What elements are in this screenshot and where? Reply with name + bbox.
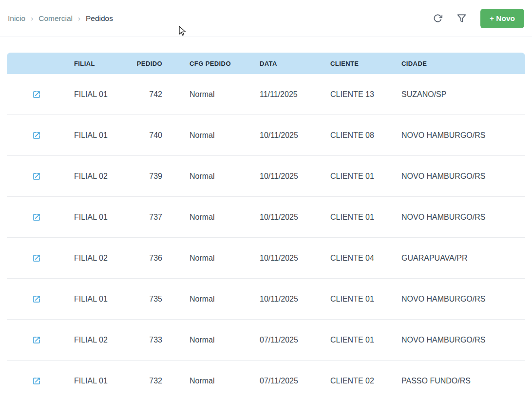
cell-data: 11/11/2025 [260,74,330,115]
cell-cidade: NOVO HAMBURGO/RS [401,115,525,156]
open-order-button[interactable] [30,129,43,142]
toolbar: + Novo [429,9,524,28]
cell-cidade: NOVO HAMBURGO/RS [401,156,525,197]
cell-data: 10/11/2025 [260,197,330,238]
breadcrumb-inicio[interactable]: Inicio [8,14,25,23]
table-row: FILIAL 02 733 Normal 07/11/2025 CLIENTE … [7,320,525,361]
header-pedido: PEDIDO [133,53,162,74]
cell-cfg-pedido: Normal [162,279,260,320]
cell-cfg-pedido: Normal [162,197,260,238]
table-row: FILIAL 01 740 Normal 10/11/2025 CLIENTE … [7,115,525,156]
open-in-new-icon [32,254,41,263]
table-row: FILIAL 01 737 Normal 10/11/2025 CLIENTE … [7,197,525,238]
cell-cfg-pedido: Normal [162,156,260,197]
cell-pedido: 737 [133,197,162,238]
header-actions [7,53,74,74]
cell-cfg-pedido: Normal [162,74,260,115]
cell-filial: FILIAL 01 [74,279,133,320]
open-in-new-icon [32,172,41,181]
cell-filial: FILIAL 01 [74,74,133,115]
header-cidade: CIDADE [401,53,525,74]
cell-cfg-pedido: Normal [162,320,260,361]
cell-filial: FILIAL 02 [74,156,133,197]
cell-data: 10/11/2025 [260,115,330,156]
cell-cliente: CLIENTE 13 [330,74,401,115]
cell-filial: FILIAL 01 [74,361,133,400]
table-row: FILIAL 01 732 Normal 07/11/2025 CLIENTE … [7,361,525,400]
header-cliente: CLIENTE [330,53,401,74]
cell-cfg-pedido: Normal [162,238,260,279]
cell-data: 10/11/2025 [260,156,330,197]
open-order-button[interactable] [30,211,43,224]
refresh-button[interactable] [429,9,447,27]
open-in-new-icon [32,377,41,385]
breadcrumb-comercial[interactable]: Comercial [38,14,73,23]
table-row: FILIAL 02 736 Normal 10/11/2025 CLIENTE … [7,238,525,279]
cell-cfg-pedido: Normal [162,361,260,400]
table-row: FILIAL 01 735 Normal 10/11/2025 CLIENTE … [7,279,525,320]
filter-button[interactable] [453,9,471,27]
breadcrumb-separator-icon: › [78,14,80,22]
orders-table: FILIAL PEDIDO CFG PEDIDO DATA CLIENTE CI… [7,53,525,400]
header-filial: FILIAL [74,53,133,74]
open-in-new-icon [32,131,41,140]
cell-pedido: 739 [133,156,162,197]
open-in-new-icon [32,213,41,222]
open-in-new-icon [32,336,41,344]
cell-cfg-pedido: Normal [162,115,260,156]
open-order-button[interactable] [30,252,43,265]
new-order-button[interactable]: + Novo [480,9,524,28]
cell-cliente: CLIENTE 08 [330,115,401,156]
cell-cidade: NOVO HAMBURGO/RS [401,279,525,320]
cell-data: 10/11/2025 [260,279,330,320]
cell-cidade: NOVO HAMBURGO/RS [401,197,525,238]
orders-table-container: FILIAL PEDIDO CFG PEDIDO DATA CLIENTE CI… [7,53,525,400]
cell-cliente: CLIENTE 01 [330,320,401,361]
cell-pedido: 732 [133,361,162,400]
table-header-row: FILIAL PEDIDO CFG PEDIDO DATA CLIENTE CI… [7,53,525,74]
cell-cidade: PASSO FUNDO/RS [401,361,525,400]
cell-cliente: CLIENTE 01 [330,156,401,197]
cell-filial: FILIAL 01 [74,197,133,238]
cell-data: 07/11/2025 [260,361,330,400]
cell-cidade: NOVO HAMBURGO/RS [401,320,525,361]
cell-cliente: CLIENTE 04 [330,238,401,279]
top-bar: Inicio › Comercial › Pedidos + Novo [0,0,532,37]
open-order-button[interactable] [30,293,43,305]
cell-pedido: 733 [133,320,162,361]
open-in-new-icon [32,295,41,304]
open-order-button[interactable] [30,375,43,387]
open-in-new-icon [32,90,41,99]
open-order-button[interactable] [30,334,43,346]
open-order-button[interactable] [30,170,43,183]
cell-filial: FILIAL 02 [74,238,133,279]
cell-cidade: GUARAPUAVA/PR [401,238,525,279]
table-row: FILIAL 02 739 Normal 10/11/2025 CLIENTE … [7,156,525,197]
cell-filial: FILIAL 02 [74,320,133,361]
cell-data: 10/11/2025 [260,238,330,279]
cell-pedido: 736 [133,238,162,279]
cell-filial: FILIAL 01 [74,115,133,156]
breadcrumb-separator-icon: › [31,14,33,22]
breadcrumb-pedidos: Pedidos [86,14,113,23]
header-data: DATA [260,53,330,74]
table-row: FILIAL 01 742 Normal 11/11/2025 CLIENTE … [7,74,525,115]
breadcrumb: Inicio › Comercial › Pedidos [8,14,113,23]
cell-cliente: CLIENTE 01 [330,197,401,238]
open-order-button[interactable] [30,88,43,101]
cell-cliente: CLIENTE 02 [330,361,401,400]
cell-data: 07/11/2025 [260,320,330,361]
cell-cidade: SUZANO/SP [401,74,525,115]
cell-pedido: 740 [133,115,162,156]
refresh-icon [433,14,442,23]
cell-pedido: 735 [133,279,162,320]
cell-pedido: 742 [133,74,162,115]
filter-icon [457,14,466,23]
header-cfg-pedido: CFG PEDIDO [162,53,260,74]
cell-cliente: CLIENTE 01 [330,279,401,320]
